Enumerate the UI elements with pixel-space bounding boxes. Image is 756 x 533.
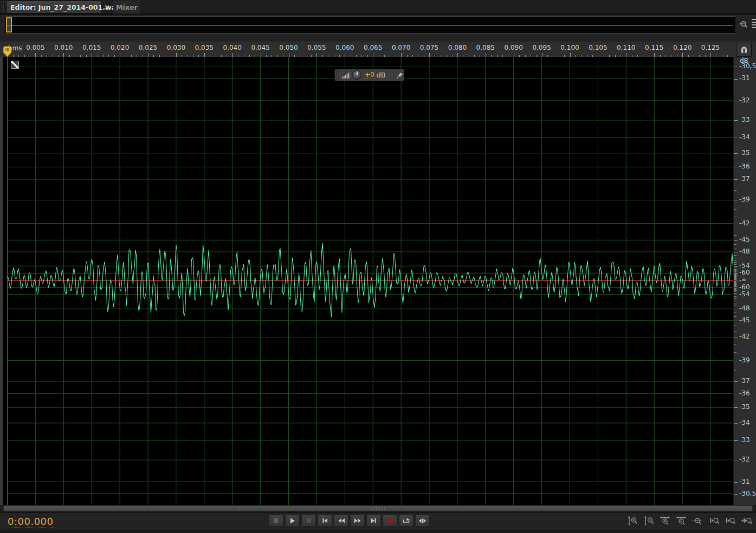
time-tick [289,53,289,57]
grid-lines [7,57,733,505]
zoom-in-horizontal-button[interactable] [658,516,673,526]
overview-viewport-box[interactable] [6,17,12,32]
tab-mixer-label: Mixer [116,3,137,11]
db-tick-label: -48 [739,304,750,312]
db-minor-tick [734,217,736,217]
gain-value[interactable]: +0 [365,71,374,79]
pin-icon[interactable] [396,71,404,80]
stop-icon [273,518,280,524]
waveform-display[interactable]: +0 dB dB -30,5-31-32-33-34-35-36-37-39-4… [0,57,756,505]
db-minor-tick [734,289,736,290]
db-minor-tick [734,288,736,289]
pause-button[interactable] [301,515,316,526]
time-tick-label: 0,070 [390,44,412,51]
zoom-to-out-point-button[interactable] [723,516,738,526]
zoom-out-full-button[interactable] [691,516,705,526]
scrollbar-thumb[interactable] [3,505,753,511]
db-tick [734,460,738,460]
db-tick [734,266,738,266]
db-tick [734,224,738,224]
time-tick-label: 0,085 [475,44,496,51]
playhead-marker[interactable] [3,46,12,57]
time-tick-label: 0,045 [250,44,272,51]
overview-navigator[interactable] [5,16,735,34]
record-icon [386,518,393,524]
timeline-ruler[interactable]: hms 0,0050,0100,0150,0200,0250,0300,0350… [0,42,733,57]
time-tick-label: 0,115 [643,44,665,51]
rewind-button[interactable] [334,515,348,526]
db-minor-tick [734,264,736,265]
db-minor-tick [734,344,736,344]
db-tick [734,167,738,167]
zoom-in-vertical-button[interactable] [626,516,640,526]
overview-zoom-out-full-button[interactable] [737,18,750,30]
time-tick-label: 0,110 [615,44,637,51]
fade-in-handle[interactable] [11,61,19,69]
db-tick-label: -45 [739,236,750,243]
tab-close-button[interactable]: × [102,3,111,11]
stop-button[interactable] [269,515,283,526]
play-button[interactable] [285,515,300,526]
db-tick-label: -54 [739,290,750,298]
db-minor-tick [734,293,736,294]
fast-forward-button[interactable] [350,515,365,526]
db-tick [734,79,738,80]
overview-row [0,16,756,34]
db-tick-label: -32 [739,456,750,463]
time-display[interactable]: 0:00.000 [8,516,54,528]
time-tick-label: 0,005 [24,44,46,51]
time-tick [148,53,148,57]
db-tick [734,309,738,309]
zoom-out-vertical-button[interactable] [642,516,656,526]
volume-hud[interactable]: +0 dB [334,69,404,81]
db-minor-tick [734,285,736,286]
snap-toggle-button[interactable] [736,43,752,57]
time-tick [316,53,317,57]
horizontal-scrollbar[interactable] [0,505,756,512]
zoom-out-horizontal-button[interactable] [675,516,689,526]
move-to-previous-button[interactable] [318,515,332,526]
zoom-out-horizontal-icon [676,516,688,526]
db-minor-tick [734,230,736,230]
playhead-line[interactable] [7,53,8,505]
db-minor-tick [734,331,736,332]
zoom-to-in-point-button[interactable] [707,516,721,526]
skip-selection-button[interactable] [415,515,430,526]
db-tick [734,200,738,200]
db-tick [734,120,738,121]
db-ruler[interactable]: dB -30,5-31-32-33-34-35-36-37-39-42-45-4… [733,57,756,505]
db-minor-tick [734,306,736,306]
move-to-next-button[interactable] [366,515,381,526]
tab-mixer[interactable]: Mixer [113,1,141,14]
time-tick-label: 0,105 [587,44,609,51]
panel-menu-partial-icon[interactable] [752,19,756,29]
record-button[interactable] [383,515,397,526]
db-minor-tick [734,286,736,287]
gain-knob[interactable] [352,70,361,80]
db-minor-tick [734,260,736,261]
time-tick [120,53,120,57]
time-tick [542,53,542,57]
db-tick-label: -37 [739,175,750,183]
overview-waveform-line [7,25,733,25]
time-tick-label: 0,055 [306,44,327,51]
tab-editor[interactable]: Editor: Jun_27_2014-001.wav [6,1,101,14]
db-minor-tick [734,326,736,326]
db-minor-tick [734,190,736,191]
time-tick [232,53,233,57]
level-meter-icon [341,72,350,79]
time-tick [176,53,177,57]
db-minor-tick [734,258,736,258]
db-tick [734,361,738,361]
hud-grip-icon[interactable] [335,69,339,81]
time-tick [570,53,571,57]
db-minor-tick [734,316,736,317]
loop-playback-button[interactable] [399,515,413,526]
zoom-to-selection-button[interactable] [740,516,754,526]
hud-separator [393,71,393,80]
db-tick-label: -33 [739,436,750,444]
pause-icon [305,518,312,524]
time-tick [682,53,683,57]
db-tick-label: -42 [739,219,750,227]
panel-grip-icon[interactable] [1,2,5,13]
